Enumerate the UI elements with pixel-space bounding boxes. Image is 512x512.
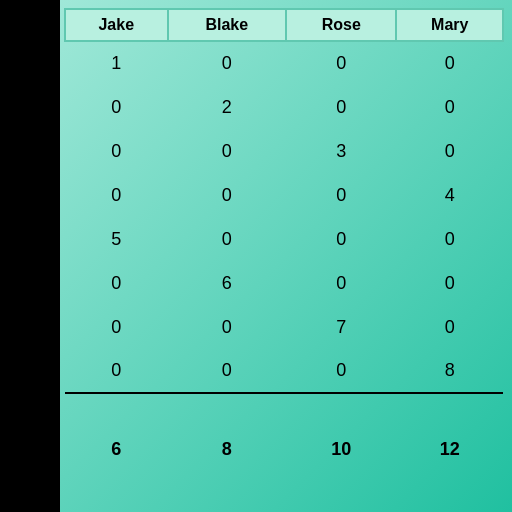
- totals-row: 681012: [65, 393, 503, 504]
- cell-r0-c0: 1: [65, 41, 168, 85]
- total-col-3: 12: [396, 393, 503, 504]
- table-row: 1000: [65, 41, 503, 85]
- cell-r2-c2: 3: [286, 129, 396, 173]
- cell-r7-c1: 0: [168, 349, 287, 393]
- column-header-mary: Mary: [396, 9, 503, 41]
- cell-r1-c0: 0: [65, 85, 168, 129]
- cell-r1-c1: 2: [168, 85, 287, 129]
- cell-r6-c1: 0: [168, 305, 287, 349]
- cell-r3-c1: 0: [168, 173, 287, 217]
- cell-r3-c2: 0: [286, 173, 396, 217]
- cell-r5-c2: 0: [286, 261, 396, 305]
- header-row: JakeBlakeRoseMary: [65, 9, 503, 41]
- score-table: JakeBlakeRoseMary 1000020000300004500006…: [64, 8, 504, 504]
- cell-r4-c1: 0: [168, 217, 287, 261]
- cell-r3-c3: 4: [396, 173, 503, 217]
- table-row: 0200: [65, 85, 503, 129]
- column-header-jake: Jake: [65, 9, 168, 41]
- cell-r1-c3: 0: [396, 85, 503, 129]
- cell-r0-c1: 0: [168, 41, 287, 85]
- table-row: 0070: [65, 305, 503, 349]
- cell-r0-c2: 0: [286, 41, 396, 85]
- column-header-rose: Rose: [286, 9, 396, 41]
- cell-r4-c0: 5: [65, 217, 168, 261]
- table-row: 0030: [65, 129, 503, 173]
- cell-r2-c0: 0: [65, 129, 168, 173]
- cell-r7-c0: 0: [65, 349, 168, 393]
- cell-r5-c3: 0: [396, 261, 503, 305]
- main-content: JakeBlakeRoseMary 1000020000300004500006…: [60, 0, 512, 512]
- cell-r7-c3: 8: [396, 349, 503, 393]
- cell-r6-c2: 7: [286, 305, 396, 349]
- cell-r5-c1: 6: [168, 261, 287, 305]
- cell-r2-c1: 0: [168, 129, 287, 173]
- cell-r3-c0: 0: [65, 173, 168, 217]
- table-row: 5000: [65, 217, 503, 261]
- total-col-1: 8: [168, 393, 287, 504]
- table-row: 0004: [65, 173, 503, 217]
- sidebar: [0, 0, 60, 512]
- total-col-0: 6: [65, 393, 168, 504]
- total-col-2: 10: [286, 393, 396, 504]
- cell-r1-c2: 0: [286, 85, 396, 129]
- cell-r2-c3: 0: [396, 129, 503, 173]
- cell-r0-c3: 0: [396, 41, 503, 85]
- column-header-blake: Blake: [168, 9, 287, 41]
- table-row: 0600: [65, 261, 503, 305]
- cell-r4-c3: 0: [396, 217, 503, 261]
- cell-r6-c0: 0: [65, 305, 168, 349]
- cell-r5-c0: 0: [65, 261, 168, 305]
- table-row: 0008: [65, 349, 503, 393]
- cell-r4-c2: 0: [286, 217, 396, 261]
- cell-r7-c2: 0: [286, 349, 396, 393]
- cell-r6-c3: 0: [396, 305, 503, 349]
